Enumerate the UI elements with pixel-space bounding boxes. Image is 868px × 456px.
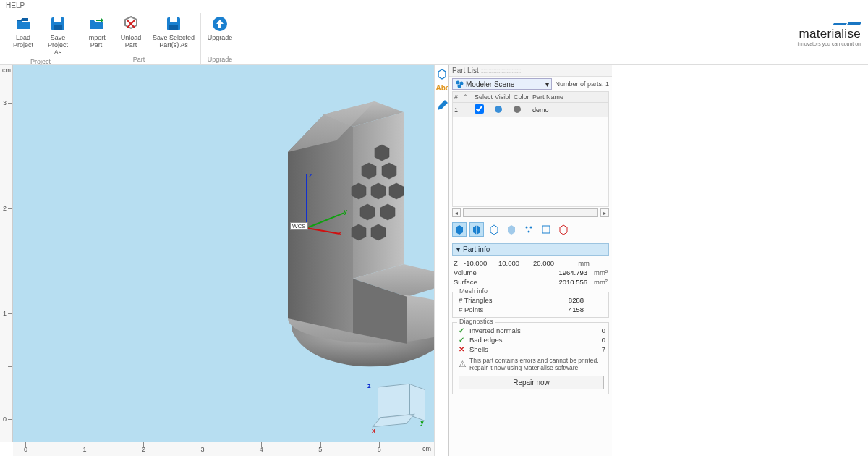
part-info-block: Z -10.000 10.000 20.000 mm Volume 1964.7… (452, 258, 609, 287)
part-row[interactable]: 1 demo (453, 103, 608, 117)
wcs-badge: WCS (290, 222, 308, 230)
part-list-title: Part List ::::::::::::::::::::::::::::::… (449, 65, 612, 77)
svg-marker-18 (380, 204, 395, 220)
unload-part-button[interactable]: Unload Part (115, 13, 147, 51)
svg-rect-1 (54, 17, 61, 22)
part-info-header[interactable]: ▾ Part info (452, 243, 609, 256)
part-color-swatch[interactable] (514, 106, 521, 113)
menu-bar: HELP (0, 0, 868, 12)
view-mode-icons (449, 219, 612, 240)
load-project-button[interactable]: Load Project (7, 13, 39, 58)
svg-marker-17 (360, 204, 375, 220)
check-icon: ✓ (457, 326, 466, 334)
right-tool-strip: Abc (434, 65, 448, 456)
ribbon-group-project: Load Project Save Project As Project (4, 13, 77, 64)
3d-model-part (266, 94, 434, 384)
mode-shaded-icon[interactable] (469, 222, 484, 237)
svg-point-27 (458, 85, 461, 88)
collapse-icon: ▾ (456, 245, 460, 253)
scene-icon (455, 80, 464, 88)
mode-xray-icon[interactable] (504, 222, 519, 237)
part-list-scrollbar[interactable]: ◂ ▸ (449, 207, 612, 219)
svg-marker-16 (389, 183, 404, 199)
svg-rect-4 (170, 17, 177, 22)
upgrade-icon (210, 14, 229, 33)
svg-rect-31 (542, 226, 550, 233)
ribbon-group-caption: Project (30, 58, 51, 65)
ribbon-toolbar: Load Project Save Project As Project Imp… (0, 12, 868, 65)
svg-marker-11 (375, 145, 389, 161)
menu-help[interactable]: HELP (6, 1, 25, 9)
mesh-info-block: Mesh info # Triangles8288 # Points4158 (452, 292, 609, 318)
canvas-wrap: cm 3 2 1 0 (0, 65, 434, 456)
right-panel: Part List ::::::::::::::::::::::::::::::… (448, 65, 612, 456)
part-visibility-swatch[interactable] (495, 106, 502, 113)
check-icon: ✓ (457, 336, 466, 344)
ribbon-group-caption: Upgrade (208, 56, 233, 63)
cube-tool-icon[interactable] (436, 68, 448, 80)
mode-points-icon[interactable] (522, 222, 536, 237)
part-table[interactable]: # ˆ Select Visibl. Color Part Name 1 dem… (452, 91, 609, 207)
main-area: cm 3 2 1 0 (0, 65, 868, 456)
diagnostics-message: ⚠ This part contains errors and cannot b… (457, 354, 605, 374)
ribbon-group-part: Import Part Unload Part Save Selected Pa… (77, 13, 201, 64)
brand-logo: materialise innovators you can count on (797, 22, 861, 46)
svg-rect-5 (169, 25, 178, 30)
horizontal-ruler: 0 1 2 3 4 5 6 cm (13, 442, 434, 456)
upgrade-button[interactable]: Upgrade (204, 13, 236, 43)
diagnostics-block: Diagnostics ✓ Inverted normals 0 ✓ Bad e… (452, 322, 609, 394)
diag-inverted-normals: ✓ Inverted normals 0 (457, 326, 605, 335)
pencil-tool-icon[interactable] (436, 100, 448, 111)
scroll-left-icon[interactable]: ◂ (452, 208, 461, 217)
svg-marker-14 (371, 183, 386, 199)
svg-rect-2 (54, 25, 62, 30)
save-project-as-button[interactable]: Save Project As (42, 13, 74, 58)
repair-now-button[interactable]: Repair now (459, 376, 604, 389)
text-tool-icon[interactable]: Abc (436, 84, 448, 96)
import-part-button[interactable]: Import Part (80, 13, 112, 51)
scene-selector[interactable]: Modeler Scene ▾ (452, 78, 552, 90)
part-select-checkbox[interactable] (475, 104, 484, 114)
part-table-header: # ˆ Select Visibl. Color Part Name (453, 92, 608, 103)
svg-marker-12 (362, 163, 376, 179)
svg-point-28 (526, 227, 528, 229)
svg-marker-20 (371, 224, 386, 240)
svg-marker-19 (352, 224, 366, 240)
folder-open-icon (14, 14, 33, 33)
cross-icon: ✕ (457, 345, 466, 353)
diag-bad-edges: ✓ Bad edges 0 (457, 335, 605, 345)
mode-solid-icon[interactable] (452, 222, 467, 237)
save-selected-parts-button[interactable]: Save Selected Part(s) As (150, 13, 197, 51)
svg-point-30 (528, 231, 530, 233)
brand-swoosh-icon (797, 22, 861, 25)
svg-point-25 (456, 81, 460, 85)
svg-point-29 (530, 227, 532, 229)
svg-marker-13 (382, 163, 396, 179)
warning-icon: ⚠ (459, 359, 467, 371)
unload-icon (122, 14, 140, 33)
mode-bbox-icon[interactable] (539, 222, 553, 237)
save-icon (48, 14, 67, 33)
vertical-ruler: cm 3 2 1 0 (0, 65, 13, 442)
3d-viewport[interactable]: z y x WCS z y x (13, 65, 434, 442)
mode-wire-icon[interactable] (487, 222, 501, 237)
ribbon-group-caption: Part (133, 56, 145, 63)
svg-point-26 (460, 82, 464, 85)
svg-marker-15 (352, 183, 366, 199)
save-parts-icon (164, 14, 183, 33)
ribbon-group-upgrade: Upgrade Upgrade (201, 13, 239, 64)
part-count: Number of parts: 1 (555, 80, 609, 88)
orientation-cube[interactable]: z y x (370, 382, 420, 431)
scroll-right-icon[interactable]: ▸ (600, 208, 609, 217)
mode-error-icon[interactable] (556, 222, 571, 237)
diag-shells: ✕ Shells 7 (457, 345, 605, 354)
import-icon (87, 14, 106, 33)
dropdown-icon: ▾ (545, 80, 549, 88)
